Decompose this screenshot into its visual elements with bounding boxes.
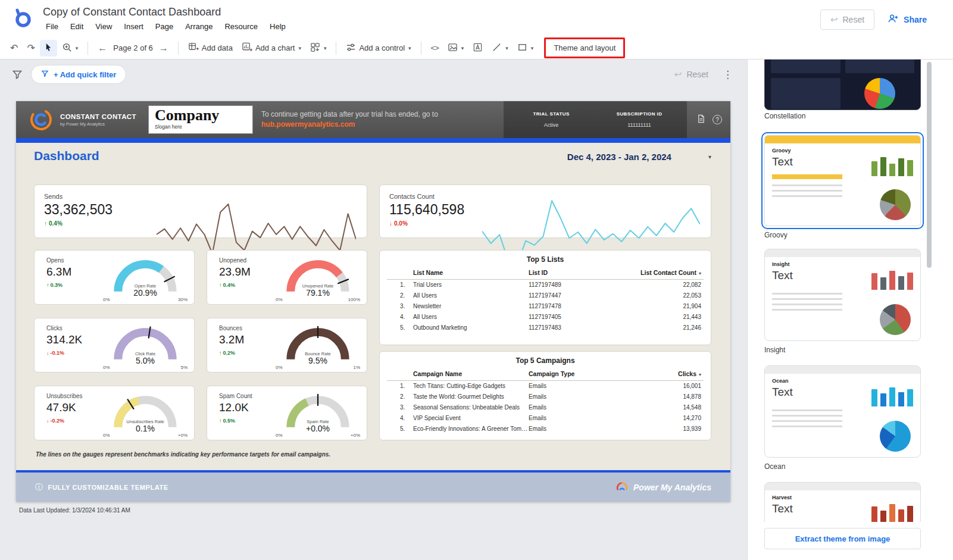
company-slogan: Slogan here <box>155 124 246 130</box>
trial-status-box: TRIAL STATUS Active SUBSCRIPTION ID 1111… <box>504 101 687 138</box>
data-last-updated: Data Last Updated: 1/3/2024 10:46:31 AM <box>19 507 130 514</box>
filter-icon[interactable] <box>12 69 23 80</box>
report-page[interactable]: CONSTANT CONTACT by Power My Analytics C… <box>16 101 730 502</box>
campaign-row: 3.Seasonal Sensations: Unbeatable DealsE… <box>387 402 704 413</box>
gauge-card-spam-count[interactable]: Spam Count12.0K↑0.5%Spam Rate+0.0%0%+0% <box>207 386 367 440</box>
theme-preview-accent-bar <box>765 366 920 374</box>
gauge-grid: Opens6.3M↑0.3%Open Rate20.9%0%30%Unopene… <box>34 250 367 440</box>
campaign-cell: Eco-Friendly Innovations: A Greener Tomo… <box>413 426 529 432</box>
theme-card-constellation[interactable] <box>764 60 921 110</box>
document-icon[interactable] <box>696 114 705 125</box>
zoom-icon <box>62 42 72 54</box>
gauge-max-label: 5% <box>180 365 188 370</box>
date-range-control[interactable]: Dec 4, 2023 - Jan 2, 2024 ▾ <box>567 152 711 162</box>
list-row: 1.Trial Users112719748922,082 <box>387 280 704 290</box>
reset-icon: ↩ <box>674 69 682 80</box>
campaign-cell: 1. <box>387 383 413 389</box>
theme-preview-bar-chart <box>852 262 913 290</box>
add-chart-label: Add a chart <box>255 43 295 52</box>
top-5-lists-table[interactable]: Top 5 Lists List Name List ID List Conta… <box>379 250 711 345</box>
gauge-card-opens[interactable]: Opens6.3M↑0.3%Open Rate20.9%0%30% <box>34 250 195 305</box>
campaign-cell: Tech Titans: Cutting-Edge Gadgets <box>413 383 529 389</box>
footer-badge-label: FULLY CUSTOMIZABLE TEMPLATE <box>48 484 168 491</box>
menu-arrange[interactable]: Arrange <box>180 20 218 33</box>
gauge-card-unopened[interactable]: Unopened23.9M↑0.4%Unopened Rate79.1%0%10… <box>207 250 367 305</box>
reset-icon: ↩ <box>830 14 838 25</box>
image-button[interactable]: ▾ <box>443 39 468 57</box>
index-header <box>387 370 413 377</box>
menu-view[interactable]: View <box>90 20 117 33</box>
gauge-card-clicks[interactable]: Clicks314.2K↓-0.1%Click Rate5.0%0%5% <box>34 318 195 373</box>
scorecard-sends[interactable]: Sends 33,362,503 ↑ 0.4% <box>34 184 367 238</box>
add-quick-filter-button[interactable]: + Add quick filter <box>31 65 126 84</box>
delta-up-icon: ↑ <box>219 350 222 356</box>
column-header[interactable]: Campaign Name <box>413 370 529 377</box>
app-header: Copy of Constant Contact Dashboard FileE… <box>0 0 953 37</box>
report-footer: ⓘ FULLY CUSTOMIZABLE TEMPLATE Power My A… <box>16 470 730 502</box>
url-embed-button[interactable]: <> <box>427 41 443 55</box>
page-indicator[interactable]: Page 2 of 6 <box>112 43 154 52</box>
prev-page-button[interactable]: ← <box>93 41 111 55</box>
column-header[interactable]: Campaign Type <box>529 370 633 377</box>
top-5-campaigns-table[interactable]: Top 5 Campaigns Campaign Name Campaign T… <box>379 351 711 440</box>
column-header[interactable]: List ID <box>529 269 625 276</box>
looker-studio-logo[interactable] <box>12 7 33 29</box>
footer-badge: ⓘ FULLY CUSTOMIZABLE TEMPLATE <box>35 482 168 493</box>
add-chart-button[interactable]: Add a chart ▾ <box>238 39 305 57</box>
theme-label-groovy: Groovy <box>764 231 788 239</box>
theme-card-ocean[interactable]: Ocean Text <box>764 365 921 458</box>
reset-button[interactable]: ↩ Reset <box>820 10 874 30</box>
menu-insert[interactable]: Insert <box>118 20 149 33</box>
theme-panel-scrollbar[interactable] <box>927 62 932 268</box>
theme-card-groovy[interactable]: Groovy Text <box>761 132 924 229</box>
theme-and-layout-button[interactable]: Theme and layout <box>544 37 625 58</box>
add-control-button[interactable]: Add a control ▾ <box>342 39 415 57</box>
gauge-card-unsubscribes[interactable]: Unsubscribes47.9K↓-0.2%Unsubscribes Rate… <box>34 386 195 440</box>
menu-resource[interactable]: Resource <box>219 20 263 33</box>
delta-value: 0.4% <box>49 220 63 227</box>
shape-button[interactable]: ▾ <box>513 39 538 57</box>
list-cell: 5. <box>387 324 413 331</box>
menu-file[interactable]: File <box>40 20 64 33</box>
campaign-cell: Emails <box>529 415 633 421</box>
line-button[interactable]: ▾ <box>488 39 513 57</box>
share-button[interactable]: Share <box>888 13 927 26</box>
undo-button[interactable]: ↶ <box>6 41 22 55</box>
redo-button[interactable]: ↷ <box>23 41 39 55</box>
next-page-button[interactable]: → <box>155 41 173 55</box>
column-header[interactable]: Clicks▾ <box>633 370 704 377</box>
theme-preview: Groovy Text <box>764 135 921 226</box>
add-data-button[interactable]: Add data <box>184 39 237 57</box>
theme-preview-lines <box>772 184 842 197</box>
menu-page[interactable]: Page <box>150 20 179 33</box>
more-options-button[interactable]: ⋮ <box>723 70 733 80</box>
metric-delta: ↑0.2% <box>219 350 280 356</box>
chevron-down-icon: ▾ <box>298 45 301 51</box>
toolbar: ↶ ↷ ▾ ← Page 2 of 6 → Add data Add a <box>0 37 953 60</box>
campaign-cell: 14,548 <box>633 404 704 411</box>
trial-notice-link[interactable]: hub.powermyanalytics.com <box>261 120 355 129</box>
gauge-card-bounces[interactable]: Bounces3.2M↑0.2%Bounce Rate9.5%0%1% <box>207 318 367 373</box>
column-header[interactable]: List Contact Count▾ <box>625 269 704 276</box>
select-tool-button[interactable] <box>40 40 57 57</box>
zoom-button[interactable]: ▾ <box>58 39 83 57</box>
scorecard-contacts-count[interactable]: Contacts Count 115,640,598 ↓ 0.0% <box>379 184 711 238</box>
extract-theme-button[interactable]: Extract theme from image <box>764 528 921 549</box>
campaign-cell: 14,270 <box>633 415 704 421</box>
document-title[interactable]: Copy of Constant Contact Dashboard <box>40 5 223 19</box>
column-header[interactable]: List Name <box>413 269 529 276</box>
menu-help[interactable]: Help <box>264 20 291 33</box>
metric-delta: ↓-0.1% <box>46 350 107 356</box>
help-icon[interactable]: ? <box>713 115 722 124</box>
chevron-down-icon: ▾ <box>408 45 411 51</box>
column-header-label: Clicks <box>678 370 696 377</box>
menu-edit[interactable]: Edit <box>65 20 89 33</box>
theme-card-insight[interactable]: Insight Text <box>764 249 921 341</box>
campaign-cell: 14,878 <box>633 393 704 400</box>
text-button[interactable] <box>468 39 487 57</box>
community-visualizations-button[interactable]: ▾ <box>306 39 331 57</box>
theme-preview-accent-bar <box>765 136 920 143</box>
company-name: Company <box>155 107 246 124</box>
filter-reset-button[interactable]: ↩ Reset <box>674 69 708 80</box>
extract-theme-bar: Extract theme from image <box>748 522 953 560</box>
